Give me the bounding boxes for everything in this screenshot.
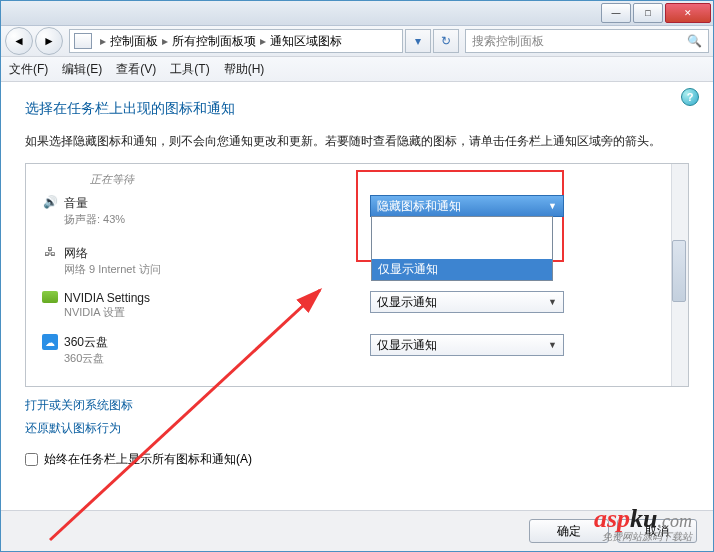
breadcrumb-sep: ▸ [100, 34, 106, 48]
watermark-brand-b: ku [630, 504, 657, 533]
links-section: 打开或关闭系统图标 还原默认图标行为 [25, 397, 689, 437]
content-area: ? 选择在任务栏上出现的图标和通知 如果选择隐藏图标和通知，则不会向您通知更改和… [1, 82, 713, 522]
item-name: NVIDIA Settings [64, 291, 224, 305]
menu-edit[interactable]: 编辑(E) [62, 61, 102, 78]
link-toggle-system-icons[interactable]: 打开或关闭系统图标 [25, 397, 689, 414]
dropdown-option[interactable]: 显示图标和通知 [372, 217, 552, 238]
item-subtitle: 360云盘 [64, 351, 224, 366]
dropdown-option[interactable]: 隐藏图标和通知 [372, 238, 552, 259]
page-title: 选择在任务栏上出现的图标和通知 [25, 100, 689, 118]
scrollbar-thumb[interactable] [672, 240, 686, 302]
always-show-label: 始终在任务栏上显示所有图标和通知(A) [44, 451, 252, 468]
minimize-button[interactable]: — [601, 3, 631, 23]
menu-help[interactable]: 帮助(H) [224, 61, 265, 78]
menu-bar: 文件(F) 编辑(E) 查看(V) 工具(T) 帮助(H) [1, 57, 713, 82]
always-show-row: 始终在任务栏上显示所有图标和通知(A) [25, 451, 689, 468]
address-dropdown-button[interactable]: ▾ [405, 29, 431, 53]
volume-dropdown-list: 显示图标和通知 隐藏图标和通知 仅显示通知 [371, 216, 553, 281]
network-icon: 🖧 [36, 245, 64, 259]
volume-behavior-select[interactable]: 隐藏图标和通知 ▼ 显示图标和通知 隐藏图标和通知 仅显示通知 [370, 195, 564, 217]
menu-view[interactable]: 查看(V) [116, 61, 156, 78]
breadcrumb-sep: ▸ [260, 34, 266, 48]
watermark-tagline: 免费网站源码下载站 [594, 530, 692, 544]
search-input[interactable]: 搜索控制面板 🔍 [465, 29, 709, 53]
item-subtitle: 扬声器: 43% [64, 212, 224, 227]
refresh-button[interactable]: ↻ [433, 29, 459, 53]
search-placeholder: 搜索控制面板 [472, 33, 544, 50]
item-row-nvidia: NVIDIA Settings NVIDIA 设置 仅显示通知 ▼ [36, 291, 670, 320]
combo-value: 隐藏图标和通知 [377, 198, 461, 215]
scrollbar-track[interactable] [671, 164, 688, 386]
cloud-icon: ☁ [36, 334, 64, 350]
window-titlebar: — □ ✕ [1, 1, 713, 26]
chevron-down-icon: ▼ [548, 297, 557, 307]
address-bar[interactable]: ▸ 控制面板 ▸ 所有控制面板项 ▸ 通知区域图标 [69, 29, 403, 53]
clipped-row-label: 正在等待 [90, 172, 670, 187]
breadcrumb-sep: ▸ [162, 34, 168, 48]
breadcrumb-seg-0[interactable]: 控制面板 [110, 33, 158, 50]
item-row-360cloud: ☁ 360云盘 360云盘 仅显示通知 ▼ [36, 334, 670, 366]
item-row-volume: 🔊 音量 扬声器: 43% 隐藏图标和通知 ▼ 显示图标和通知 隐藏图标和通知 … [36, 195, 670, 227]
item-name: 网络 [64, 245, 224, 262]
dropdown-option-highlighted[interactable]: 仅显示通知 [372, 259, 552, 280]
nav-back-forward: ◄ ► [5, 27, 63, 55]
chevron-down-icon: ▼ [548, 340, 557, 350]
volume-icon: 🔊 [36, 195, 64, 209]
page-description: 如果选择隐藏图标和通知，则不会向您通知更改和更新。若要随时查看隐藏的图标，请单击… [25, 132, 689, 151]
nvidia-behavior-select[interactable]: 仅显示通知 ▼ [370, 291, 564, 313]
back-button[interactable]: ◄ [5, 27, 33, 55]
address-icon [74, 33, 92, 49]
item-subtitle: 网络 9 Internet 访问 [64, 262, 224, 277]
chevron-down-icon: ▼ [548, 201, 557, 211]
watermark-brand-a: asp [594, 504, 630, 533]
close-button[interactable]: ✕ [665, 3, 711, 23]
combo-value: 仅显示通知 [377, 337, 437, 354]
always-show-checkbox[interactable] [25, 453, 38, 466]
breadcrumb-seg-1[interactable]: 所有控制面板项 [172, 33, 256, 50]
360-behavior-select[interactable]: 仅显示通知 ▼ [370, 334, 564, 356]
help-icon[interactable]: ? [681, 88, 699, 106]
item-name: 音量 [64, 195, 224, 212]
item-name: 360云盘 [64, 334, 224, 351]
maximize-button[interactable]: □ [633, 3, 663, 23]
item-subtitle: NVIDIA 设置 [64, 305, 224, 320]
navigation-bar: ◄ ► ▸ 控制面板 ▸ 所有控制面板项 ▸ 通知区域图标 ▾ ↻ 搜索控制面板… [1, 26, 713, 57]
menu-file[interactable]: 文件(F) [9, 61, 48, 78]
search-icon: 🔍 [687, 34, 702, 48]
watermark-tld: .com [658, 511, 693, 531]
forward-button[interactable]: ► [35, 27, 63, 55]
nvidia-icon [36, 291, 64, 303]
icon-list-frame: 正在等待 🔊 音量 扬声器: 43% 隐藏图标和通知 ▼ 显示图标和通知 隐藏图… [25, 163, 689, 387]
menu-tools[interactable]: 工具(T) [170, 61, 209, 78]
control-panel-window: — □ ✕ ◄ ► ▸ 控制面板 ▸ 所有控制面板项 ▸ 通知区域图标 ▾ ↻ … [0, 0, 714, 552]
combo-value: 仅显示通知 [377, 294, 437, 311]
item-row-network: 🖧 网络 网络 9 Internet 访问 [36, 245, 670, 277]
link-restore-defaults[interactable]: 还原默认图标行为 [25, 420, 689, 437]
breadcrumb-seg-2[interactable]: 通知区域图标 [270, 33, 342, 50]
watermark: aspku.com 免费网站源码下载站 [594, 504, 692, 544]
